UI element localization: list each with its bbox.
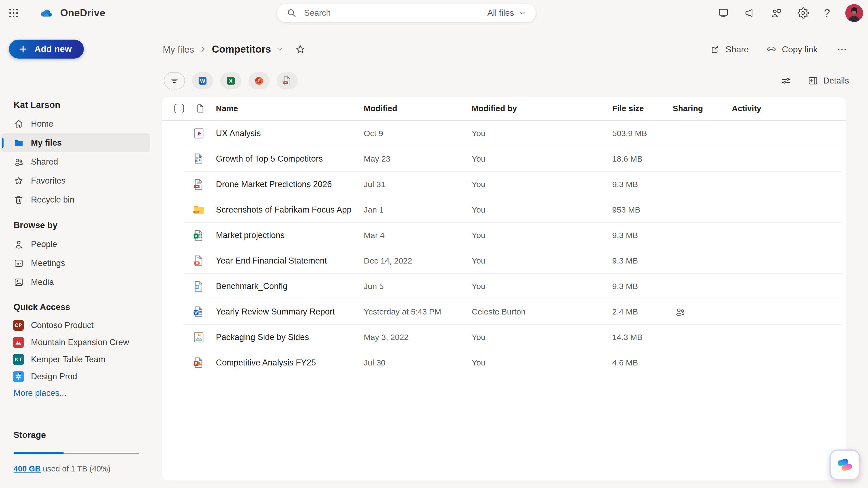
sidebar-item-recycle-bin[interactable]: Recycle bin — [1, 190, 150, 209]
search-bar[interactable]: All files — [277, 3, 536, 23]
storage-used-link[interactable]: 400 GB — [13, 464, 41, 473]
chevron-right-icon — [198, 45, 208, 54]
filter-toolbar: WXP Details — [164, 70, 849, 91]
flower-icon — [14, 372, 23, 381]
quick-access-heading: Quick Access — [13, 302, 70, 312]
file-size: 9.3 MB — [612, 256, 673, 265]
column-header-activity[interactable]: Activity — [732, 104, 846, 113]
sidebar-item-favorites[interactable]: Favorites — [1, 171, 150, 190]
column-header-file-size[interactable]: File size — [612, 104, 673, 113]
copilot-button-inner — [831, 451, 859, 479]
shared-people-icon[interactable] — [675, 281, 686, 292]
sidebar-item-people[interactable]: People — [1, 235, 150, 254]
sidebar-item-shared[interactable]: Shared — [1, 152, 150, 171]
add-new-label: Add new — [34, 44, 72, 54]
f_pdf-icon — [192, 254, 205, 267]
file-row-ux-analysis[interactable]: UX Analysis Oct 9 You 503.9 MB — [162, 121, 846, 146]
storage-usage-rest: used of 1 TB (40%) — [41, 464, 111, 473]
details-button[interactable]: Details — [807, 75, 849, 86]
sort-options-icon[interactable] — [780, 75, 792, 87]
main-content: My files Competitors Share Copy link WXP… — [157, 26, 868, 488]
settings-gear-icon[interactable] — [798, 7, 809, 19]
file-name: Benchmark_Config — [216, 282, 364, 291]
file-modified: Jul 30 — [364, 358, 472, 367]
sidebar-item-media[interactable]: Media — [1, 273, 150, 292]
filter-pill-filter[interactable] — [164, 72, 185, 90]
shared-people-icon[interactable] — [675, 128, 686, 139]
shared-people-icon[interactable] — [675, 357, 686, 368]
quick-access-item-kemper-table-team[interactable]: KT Kemper Table Team — [1, 351, 150, 368]
file-row-competitive-analysis-fy25[interactable]: P Competitive Analysis FY25 Jul 30 You 4… — [162, 350, 846, 376]
avatar[interactable] — [845, 4, 863, 22]
file-modified-by: You — [472, 358, 612, 367]
megaphone-icon[interactable] — [744, 7, 756, 19]
shared-people-icon[interactable] — [675, 179, 686, 190]
quick-access-list: CP Contoso Product Mountain Expansion Cr… — [0, 317, 153, 385]
f_ppt-icon: P — [192, 356, 205, 369]
column-header-sharing[interactable]: Sharing — [673, 104, 732, 113]
file-row-growth-of-top-5-competitors[interactable]: Growth of Top 5 Competitors May 23 You 1… — [162, 146, 846, 172]
copilot-button[interactable] — [830, 450, 860, 480]
shared-people-icon[interactable] — [675, 332, 686, 343]
file-row-benchmark-config[interactable]: Benchmark_Config Jun 5 You 9.3 MB — [162, 273, 846, 299]
column-header-modified[interactable]: Modified — [364, 104, 472, 113]
search-input[interactable] — [297, 8, 488, 18]
f_pdf-icon — [192, 178, 205, 191]
breadcrumb-my-files[interactable]: My files — [163, 44, 194, 55]
copy-link-button[interactable]: Copy link — [766, 44, 817, 55]
help-icon[interactable]: ? — [824, 8, 830, 19]
quick-access-item-contoso-product[interactable]: CP Contoso Product — [1, 317, 150, 334]
home-icon — [13, 119, 24, 129]
select-all-checkbox[interactable] — [175, 104, 184, 113]
monitor-icon[interactable] — [718, 7, 729, 19]
file-type-column-icon[interactable] — [195, 104, 205, 113]
svg-text:X: X — [195, 234, 197, 238]
file-size: 4.6 MB — [612, 358, 673, 367]
file-row-yearly-review-summary-report[interactable]: W Yearly Review Summary Report Yesterday… — [162, 299, 846, 325]
breadcrumb-current-folder[interactable]: Competitors — [212, 44, 271, 55]
svg-text:P: P — [195, 361, 197, 365]
app-launcher-icon[interactable] — [8, 7, 20, 19]
f_excel-icon: X — [192, 229, 205, 242]
shared-people-icon[interactable] — [675, 306, 686, 317]
file-row-year-end-financial-statement[interactable]: Year End Financial Statement Dec 14, 202… — [162, 248, 846, 273]
favorite-star-icon[interactable] — [295, 44, 306, 55]
filter-filter-icon — [169, 75, 180, 86]
file-list-panel: Name Modified Modified by File size Shar… — [162, 97, 846, 480]
f_html-icon — [192, 280, 205, 293]
file-name: Screenshots of Fabrikam Focus App — [216, 205, 364, 215]
file-modified: Dec 14, 2022 — [364, 256, 472, 265]
filter-pill-excel[interactable]: X — [220, 72, 241, 90]
sidebar-item-home[interactable]: Home — [1, 115, 150, 133]
shared-people-icon[interactable] — [675, 204, 686, 215]
folder-dropdown-chevron-icon[interactable] — [276, 45, 284, 54]
details-label: Details — [823, 76, 849, 86]
onedrive-logo[interactable]: OneDrive — [37, 6, 105, 20]
shared-people-icon[interactable] — [675, 255, 686, 266]
file-row-screenshots-of-fabrikam-focus-app[interactable]: Screenshots of Fabrikam Focus App Jan 1 … — [162, 197, 846, 223]
sidebar-item-my-files[interactable]: My files — [1, 133, 150, 152]
svg-text:P: P — [258, 78, 260, 83]
feedback-icon[interactable] — [771, 7, 782, 19]
file-row-packaging-side-by-sides[interactable]: Packaging Side by Sides May 3, 2022 You … — [162, 325, 846, 350]
share-button[interactable]: Share — [710, 44, 749, 55]
more-places-link[interactable]: More places... — [13, 388, 66, 398]
search-scope-dropdown[interactable]: All files — [488, 8, 527, 18]
more-options-icon[interactable] — [835, 44, 849, 55]
quick-access-item-design-prod[interactable]: Design Prod — [1, 368, 150, 385]
file-row-market-projections[interactable]: X Market projections Mar 4 You 9.3 MB — [162, 223, 846, 248]
mountain-icon — [14, 338, 23, 347]
filter-pill-word[interactable]: W — [192, 72, 213, 90]
sidebar-item-meetings[interactable]: Meetings — [1, 254, 150, 273]
filter-pill-pdf[interactable] — [277, 72, 298, 90]
filter-pill-powerpoint[interactable]: P — [248, 72, 270, 90]
app-name: OneDrive — [60, 7, 105, 19]
column-header-name[interactable]: Name — [216, 104, 364, 113]
add-new-button[interactable]: Add new — [9, 40, 84, 59]
shared-people-icon[interactable] — [675, 154, 686, 164]
file-row-drone-market-predictions-2026[interactable]: Drone Market Predictions 2026 Jul 31 You… — [162, 172, 846, 197]
file-modified-by: You — [472, 282, 612, 291]
quick-access-item-mountain-expansion-crew[interactable]: Mountain Expansion Crew — [1, 334, 150, 351]
shared-people-icon[interactable] — [675, 230, 686, 241]
column-header-modified-by[interactable]: Modified by — [472, 104, 612, 113]
